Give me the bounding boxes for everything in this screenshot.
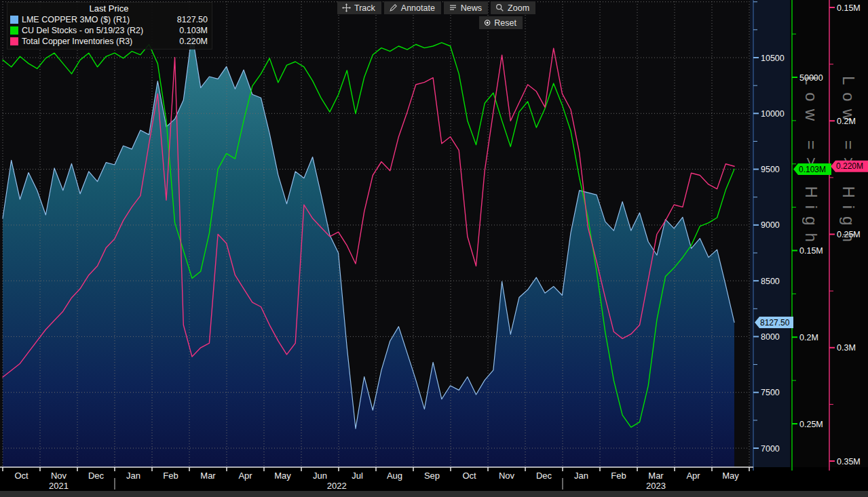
- svg-text:50000: 50000: [799, 73, 823, 83]
- reset-button[interactable]: Reset: [479, 16, 523, 29]
- last-price-badge: 0.103M: [793, 163, 831, 175]
- svg-text:Feb: Feb: [163, 471, 178, 481]
- legend-item-total-copper-inventories[interactable]: Total Copper Inventories (R3) 0.220M: [10, 36, 208, 47]
- svg-text:Jan: Jan: [126, 471, 140, 481]
- svg-text:0.3M: 0.3M: [837, 343, 856, 353]
- news-list-icon: [449, 3, 457, 12]
- svg-text:Jan: Jan: [574, 471, 588, 481]
- last-price-badge: 8127.50: [755, 317, 793, 328]
- svg-text:0.25M: 0.25M: [837, 230, 861, 239]
- svg-text:0.103M: 0.103M: [799, 165, 826, 174]
- svg-text:10000: 10000: [761, 109, 785, 119]
- track-button[interactable]: Track: [337, 1, 381, 14]
- svg-text:Apr: Apr: [686, 471, 700, 481]
- zoom-magnifier-icon: [495, 3, 504, 12]
- axis-r1: 1050010000950090008500800075007000: [753, 0, 785, 471]
- svg-text:2022: 2022: [327, 481, 347, 491]
- svg-text:7000: 7000: [761, 444, 780, 454]
- svg-text:0.220M: 0.220M: [836, 161, 863, 171]
- svg-text:10500: 10500: [761, 54, 785, 63]
- legend-item-value: 8127.50: [177, 14, 208, 25]
- annotate-button-label: Annotate: [401, 3, 435, 13]
- legend-item-label: Total Copper Inventories (R3): [22, 36, 132, 47]
- svg-text:Dec: Dec: [536, 471, 552, 481]
- svg-text:Oct: Oct: [462, 471, 476, 481]
- legend-item-value: 0.220M: [179, 36, 208, 47]
- svg-text:Jun: Jun: [313, 471, 327, 481]
- svg-text:May: May: [274, 471, 291, 481]
- svg-text:8500: 8500: [761, 277, 780, 286]
- svg-text:May: May: [722, 471, 739, 481]
- svg-text:Jul: Jul: [352, 471, 363, 481]
- total-copper-inventories-swatch-icon: [10, 37, 18, 45]
- annotate-button[interactable]: Annotate: [384, 1, 441, 14]
- reset-target-icon: [484, 18, 491, 27]
- svg-text:2023: 2023: [646, 481, 666, 491]
- price-chart-canvas[interactable]: 1050010000950090008500800075007000500000…: [0, 0, 868, 497]
- svg-text:Mar: Mar: [200, 471, 216, 481]
- legend-title: Last Price: [10, 3, 208, 14]
- svg-text:Sep: Sep: [424, 471, 440, 481]
- svg-text:Nov: Nov: [51, 471, 67, 481]
- track-button-label: Track: [354, 3, 375, 13]
- x-axis: OctNovDecJanFebMarAprMayJunJulAugSepOctN…: [0, 467, 753, 491]
- reset-button-label: Reset: [494, 18, 516, 28]
- svg-text:Mar: Mar: [648, 471, 664, 481]
- chart-toolbar: Track Annotate News Zoom: [337, 1, 535, 14]
- svg-text:Aug: Aug: [387, 471, 402, 481]
- svg-text:Feb: Feb: [611, 471, 626, 481]
- svg-text:0.15M: 0.15M: [799, 246, 823, 256]
- svg-text:9000: 9000: [761, 220, 780, 230]
- svg-text:9500: 9500: [761, 165, 780, 174]
- legend-item-value: 0.103M: [179, 25, 208, 36]
- news-button-label: News: [461, 3, 482, 13]
- svg-text:7500: 7500: [761, 388, 780, 397]
- legend-item-label: LME COPPER 3MO ($) (R1): [22, 14, 130, 25]
- svg-text:8000: 8000: [761, 332, 780, 342]
- svg-text:0.2M: 0.2M: [837, 117, 856, 126]
- lme-copper-swatch-icon: [10, 16, 18, 24]
- svg-text:Apr: Apr: [238, 471, 252, 481]
- track-crosshair-icon: [342, 3, 351, 12]
- last-price-badge: 0.220M: [831, 161, 868, 172]
- svg-text:Dec: Dec: [88, 471, 105, 481]
- svg-text:Oct: Oct: [14, 471, 29, 481]
- zoom-button[interactable]: Zoom: [491, 1, 535, 14]
- svg-text:2021: 2021: [49, 481, 69, 491]
- zoom-button-label: Zoom: [508, 3, 529, 13]
- chart-legend: Last Price LME COPPER 3MO ($) (R1) 8127.…: [7, 2, 212, 49]
- legend-item-cu-del-stocks[interactable]: CU Del Stocks - on 5/19/23 (R2) 0.103M: [10, 25, 208, 36]
- legend-item-label: CU Del Stocks - on 5/19/23 (R2): [22, 25, 143, 36]
- axis-r3: 0.15M0.2M0.25M0.3M0.35M: [829, 0, 861, 471]
- copper-price-area: [3, 33, 734, 467]
- svg-text:Nov: Nov: [499, 471, 515, 481]
- svg-text:8127.50: 8127.50: [760, 318, 790, 327]
- svg-text:0.15M: 0.15M: [837, 3, 861, 13]
- axis-r2: 500000.15M0.2M0.25M: [792, 0, 823, 471]
- svg-text:0.35M: 0.35M: [837, 457, 861, 466]
- annotate-pencil-icon: [389, 3, 398, 12]
- svg-text:0.25M: 0.25M: [799, 420, 823, 429]
- cu-del-stocks-swatch-icon: [10, 26, 18, 35]
- svg-text:0.2M: 0.2M: [799, 333, 818, 342]
- legend-item-lme-copper[interactable]: LME COPPER 3MO ($) (R1) 8127.50: [10, 14, 208, 25]
- news-button[interactable]: News: [444, 1, 488, 14]
